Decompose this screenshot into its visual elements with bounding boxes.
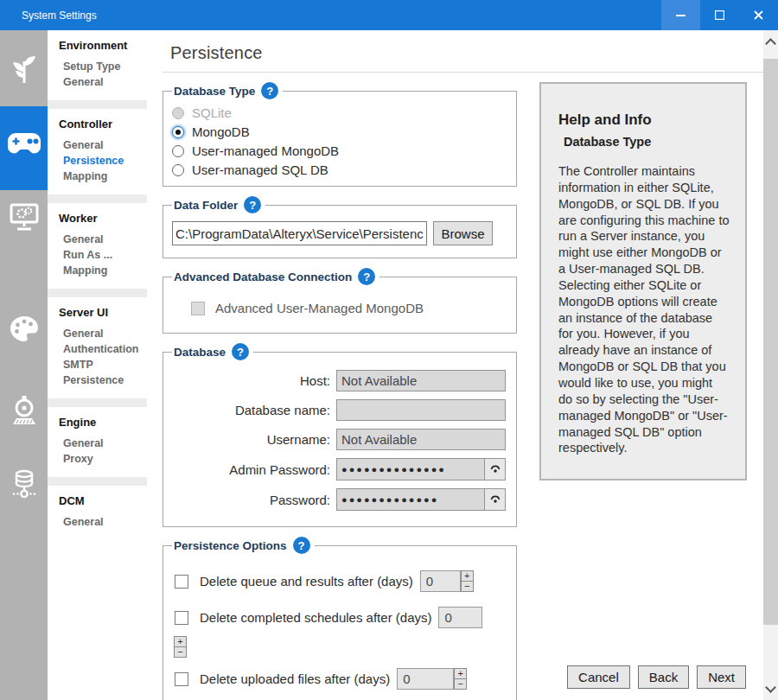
nav-item-server-ui-smtp[interactable]: SMTP	[59, 357, 147, 372]
password-reveal-icon	[489, 464, 501, 474]
spinner-down-button[interactable]: −	[174, 646, 187, 658]
minimize-button[interactable]	[661, 0, 700, 30]
admin-password-field[interactable]: ●●●●●●●●●●●●●●	[336, 458, 506, 480]
maximize-icon	[715, 10, 724, 20]
footer-buttons: Cancel Back Next	[567, 665, 746, 689]
help-and-info-panel: Help and Info Database Type The Controll…	[539, 82, 747, 480]
password-label: Password:	[170, 493, 336, 507]
database-help-icon[interactable]: ?	[232, 343, 249, 360]
nav-item-server-ui-authentication[interactable]: Authentication	[59, 341, 147, 357]
controller-icon[interactable]	[0, 132, 48, 156]
user-managed-sql-db-radio[interactable]	[172, 164, 184, 176]
close-icon	[754, 10, 763, 20]
delete-uploaded-checkbox[interactable]	[175, 672, 188, 686]
delete-uploaded-label: Delete uploaded files after (days)	[200, 671, 390, 686]
nav-item-controller-persistence[interactable]: Persistence	[59, 153, 147, 169]
spinner-down-button[interactable]: −	[454, 678, 467, 690]
settings-nav: Environment Setup Type General Controlle…	[48, 30, 147, 700]
username-row: Username: Not Available	[170, 429, 509, 450]
scroll-down-button[interactable]	[766, 684, 775, 692]
user-managed-mongodb-radio[interactable]	[172, 145, 184, 157]
delete-schedules-row: Delete completed schedules after (days) …	[175, 607, 509, 628]
vertical-scrollbar[interactable]	[763, 30, 778, 700]
nav-item-worker-general[interactable]: General	[59, 232, 147, 247]
data-folder-input[interactable]	[172, 221, 427, 245]
nav-item-dcm-general[interactable]: General	[59, 514, 147, 530]
engine-icon[interactable]	[0, 395, 48, 426]
nav-section-server-ui: Server UI General Authentication SMTP Pe…	[48, 297, 147, 398]
nav-separator	[48, 289, 147, 297]
back-button[interactable]: Back	[638, 665, 689, 689]
maximize-button[interactable]	[700, 0, 739, 30]
content-area: Persistence Database Type ? SQLite	[147, 30, 763, 700]
nav-title-server-ui[interactable]: Server UI	[59, 306, 147, 319]
scroll-up-button[interactable]	[766, 38, 775, 47]
next-button[interactable]: Next	[697, 665, 746, 689]
browse-button[interactable]: Browse	[433, 221, 493, 245]
nav-item-worker-mapping[interactable]: Mapping	[59, 263, 147, 278]
database-name-row: Database name:	[170, 399, 509, 421]
persistence-options-fieldset: Persistence Options ? Delete queue and r…	[163, 537, 517, 700]
password-value[interactable]: ●●●●●●●●●●●●●	[337, 489, 484, 510]
delete-schedules-spinner: + −	[174, 636, 187, 658]
admin-password-reveal-button[interactable]	[484, 459, 505, 480]
nav-item-server-ui-persistence[interactable]: Persistence	[59, 372, 147, 388]
nav-title-dcm[interactable]: DCM	[59, 494, 147, 507]
nav-item-environment-setup-type[interactable]: Setup Type	[59, 59, 147, 74]
nav-item-engine-general[interactable]: General	[59, 436, 147, 451]
persistence-options-help-icon[interactable]: ?	[293, 537, 310, 554]
window-controls	[661, 0, 778, 30]
nav-item-environment-general[interactable]: General	[59, 74, 147, 90]
nav-section-worker: Worker General Run As ... Mapping	[48, 203, 147, 289]
spinner-down-button[interactable]: −	[461, 581, 474, 592]
delete-queue-row: Delete queue and results after (days) 0 …	[175, 570, 509, 592]
advanced-database-connection-help-icon[interactable]: ?	[358, 268, 375, 285]
password-reveal-button[interactable]	[484, 489, 505, 510]
page-title: Persistence	[170, 43, 763, 63]
advanced-database-connection-legend: Advanced Database Connection	[174, 270, 352, 283]
nav-section-environment: Environment Setup Type General	[48, 30, 147, 100]
nav-section-dcm: DCM General	[48, 486, 147, 540]
nav-title-engine[interactable]: Engine	[59, 416, 147, 429]
database-name-field	[336, 399, 506, 421]
system-settings-window: System Settings	[0, 0, 778, 700]
database-type-help-icon[interactable]: ?	[261, 82, 278, 99]
title-divider	[163, 72, 763, 73]
data-folder-help-icon[interactable]: ?	[244, 196, 261, 213]
worker-icon[interactable]	[0, 203, 48, 232]
environment-icon[interactable]	[0, 53, 48, 86]
delete-queue-days-input: 0	[420, 570, 461, 592]
nav-item-controller-mapping[interactable]: Mapping	[59, 169, 147, 184]
password-row: Password: ●●●●●●●●●●●●●	[170, 488, 509, 511]
dcm-icon[interactable]	[0, 469, 48, 501]
nav-title-worker[interactable]: Worker	[59, 212, 147, 225]
delete-uploaded-spinner: + −	[454, 668, 467, 690]
cancel-button[interactable]: Cancel	[567, 665, 630, 689]
persistence-options-legend: Persistence Options	[174, 539, 287, 552]
close-button[interactable]	[739, 0, 778, 30]
server-ui-icon[interactable]	[0, 315, 48, 342]
password-reveal-icon	[489, 494, 501, 505]
user-managed-sql-db-radio-label: User-managed SQL DB	[192, 162, 328, 177]
mongodb-radio[interactable]	[172, 126, 184, 138]
database-fieldset: Database ? Host: Not Available Database …	[163, 343, 517, 527]
nav-item-controller-general[interactable]: General	[59, 137, 147, 153]
delete-schedules-checkbox[interactable]	[175, 611, 188, 625]
database-name-label: Database name:	[170, 403, 336, 417]
password-field[interactable]: ●●●●●●●●●●●●●	[336, 488, 506, 511]
help-panel-body: The Controller maintains information in …	[558, 163, 730, 456]
radio-row-sqlite: SQLite	[172, 105, 509, 120]
nav-item-engine-proxy[interactable]: Proxy	[59, 451, 147, 467]
user-managed-mongodb-radio-label: User-managed MongoDB	[192, 143, 339, 158]
nav-title-controller[interactable]: Controller	[59, 118, 147, 130]
advanced-mongodb-checkbox	[191, 302, 205, 315]
nav-separator	[48, 100, 147, 109]
nav-separator	[48, 194, 147, 203]
data-folder-fieldset: Data Folder ? Browse	[163, 196, 517, 258]
delete-queue-checkbox[interactable]	[175, 575, 188, 589]
nav-item-server-ui-general[interactable]: General	[59, 326, 147, 341]
admin-password-value[interactable]: ●●●●●●●●●●●●●●	[337, 459, 484, 480]
nav-item-worker-run-as[interactable]: Run As ...	[59, 247, 147, 263]
nav-title-environment[interactable]: Environment	[59, 39, 147, 52]
scrollbar-thumb[interactable]	[763, 59, 778, 625]
